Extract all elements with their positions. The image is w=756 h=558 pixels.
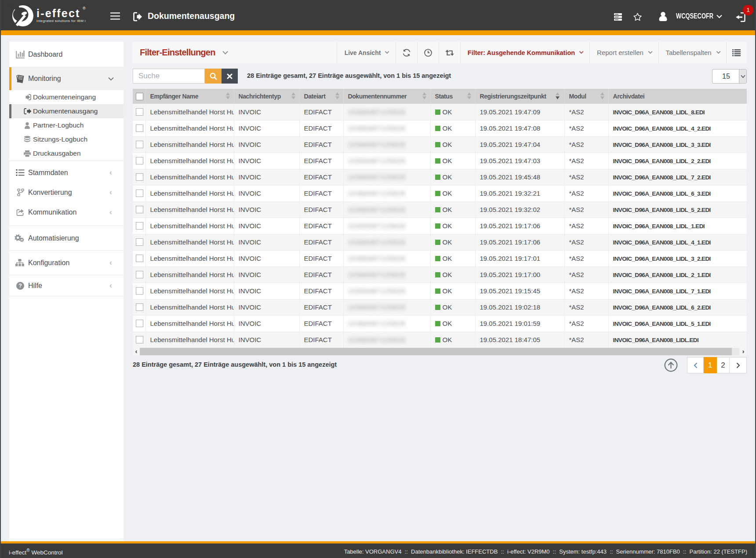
svg-text:?: ? bbox=[18, 283, 22, 289]
